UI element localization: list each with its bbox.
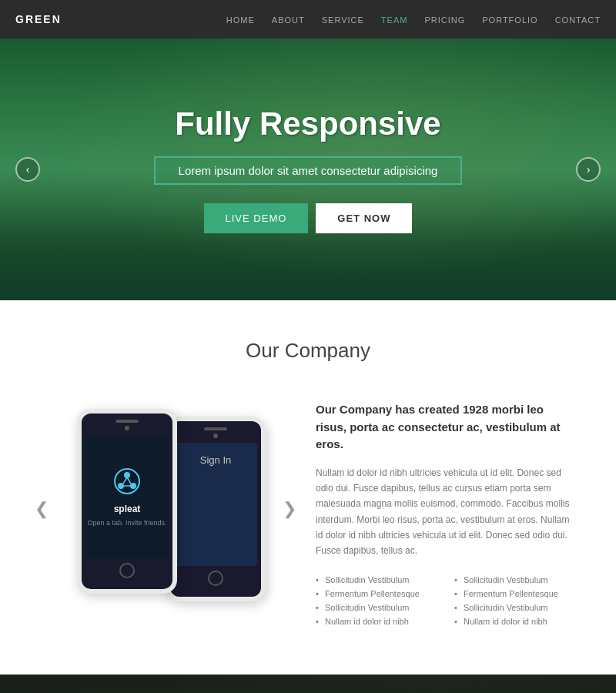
feature-lists: Sollicitudin Vestibulum Fermentum Pellen… (316, 573, 570, 628)
company-content: ❮ (46, 401, 570, 628)
nav-item-about[interactable]: ABOUT (272, 12, 305, 26)
svg-point-1 (124, 472, 130, 478)
phones-container: ❮ (46, 401, 293, 617)
feature-list-left: Sollicitudin Vestibulum Fermentum Pellen… (316, 573, 431, 628)
nav-item-contact[interactable]: CONTACT (555, 12, 601, 26)
dark-section: Nunc velit risus, dapibus non interdum q… (0, 675, 616, 693)
feature-left-3: Sollicitudin Vestibulum (316, 601, 431, 614)
phone-2-camera (213, 434, 218, 438)
phone-2-home-button (208, 571, 223, 586)
feature-right-1: Sollicitudin Vestibulum (454, 573, 570, 587)
nav-item-home[interactable]: HOME (226, 12, 255, 26)
svg-point-2 (118, 483, 124, 489)
company-heading: Our Company has created 1928 morbi leo r… (316, 401, 570, 454)
feature-left-4: Nullam id dolor id nibh (316, 614, 431, 628)
carousel-next-button[interactable]: ❯ (283, 499, 296, 519)
spleat-logo-icon (113, 467, 141, 500)
nav-item-service[interactable]: SERVICE (322, 12, 364, 26)
phone-2-screen: Sign In (174, 443, 257, 566)
hero-buttons: LIVE DEMO GET NOW (154, 203, 463, 233)
feature-left-1: Sollicitudin Vestibulum (316, 573, 431, 587)
hero-section: ‹ Fully Responsive Lorem ipsum dolor sit… (0, 38, 616, 300)
feature-right-3: Sollicitudin Vestibulum (454, 601, 570, 614)
dark-overlay (0, 675, 616, 693)
phone-2-speaker (204, 427, 227, 430)
company-paragraph: Nullam id dolor id nibh ultricies vehicu… (316, 465, 570, 559)
svg-line-5 (127, 477, 131, 484)
phone-1: spleat Open a tab. Invite friends. (77, 409, 177, 594)
live-demo-button[interactable]: LIVE DEMO (204, 203, 309, 233)
hero-title: Fully Responsive (154, 105, 463, 142)
svg-line-4 (123, 477, 127, 484)
nav-item-pricing[interactable]: PRICING (424, 12, 465, 26)
nav-logo: GREEN (15, 13, 62, 25)
hero-subtitle: Lorem ipsum dolor sit amet consectetur a… (154, 156, 463, 185)
nav-item-portfolio[interactable]: PORTFOLIO (482, 12, 537, 26)
feature-left-2: Fermentum Pellentesque (316, 587, 431, 601)
hero-prev-button[interactable]: ‹ (15, 157, 40, 182)
svg-point-3 (130, 483, 136, 489)
feature-right-4: Nullam id dolor id nibh (454, 614, 570, 628)
hero-content: Fully Responsive Lorem ipsum dolor sit a… (154, 105, 463, 233)
company-text: Our Company has created 1928 morbi leo r… (316, 401, 570, 628)
feature-list-right: Sollicitudin Vestibulum Fermentum Pellen… (454, 573, 570, 628)
feature-right-2: Fermentum Pellentesque (454, 587, 570, 601)
spleat-app-name: spleat (114, 504, 141, 514)
phone-2: Sign In (166, 417, 266, 601)
section-title: Our Company (46, 339, 570, 363)
sign-in-label: Sign In (200, 454, 231, 466)
spleat-tagline: Open a tab. Invite friends. (87, 519, 166, 527)
navbar: GREEN HOME ABOUT SERVICE TEAM PRICING PO… (0, 0, 616, 38)
get-now-button[interactable]: GET NOW (316, 203, 412, 233)
phone-speaker (116, 420, 139, 423)
nav-item-team[interactable]: TEAM (381, 12, 408, 26)
company-section: Our Company ❮ (0, 300, 616, 675)
nav-links: HOME ABOUT SERVICE TEAM PRICING PORTFOLI… (226, 12, 601, 26)
carousel-prev-button[interactable]: ❮ (35, 499, 49, 519)
hero-next-button[interactable]: › (576, 157, 601, 182)
phone-home-button (119, 563, 135, 578)
phone-camera (125, 426, 129, 430)
phone-1-screen: spleat Open a tab. Invite friends. (85, 435, 169, 558)
